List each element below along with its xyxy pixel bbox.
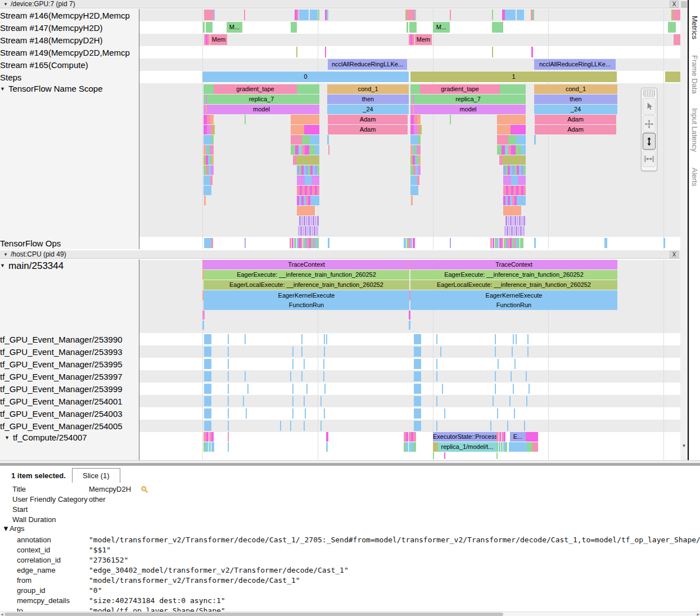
trace-event-bar[interactable] bbox=[204, 384, 211, 394]
trace-event-bar[interactable] bbox=[206, 95, 207, 104]
trace-event-bar[interactable] bbox=[299, 10, 309, 20]
trace-event-bar[interactable] bbox=[514, 216, 516, 226]
trace-event-bar[interactable] bbox=[520, 226, 522, 236]
trace-event-bar[interactable] bbox=[527, 334, 529, 344]
trace-event-bar[interactable]: TraceContext bbox=[204, 260, 409, 269]
trace-event-bar[interactable] bbox=[212, 155, 214, 165]
section-header-gpu[interactable]: ▼/device:GPU:7 (pid 7)X bbox=[0, 0, 688, 8]
trace-event-bar[interactable] bbox=[492, 22, 503, 33]
trace-event-bar[interactable] bbox=[492, 10, 493, 20]
trace-event-bar[interactable] bbox=[521, 145, 526, 155]
trace-event-bar[interactable] bbox=[294, 238, 296, 248]
trace-event-bar[interactable] bbox=[450, 238, 451, 248]
trace-event-bar[interactable] bbox=[505, 216, 507, 226]
trace-event-bar[interactable] bbox=[517, 196, 526, 205]
trace-event-bar[interactable] bbox=[296, 47, 297, 57]
trace-event-bar[interactable] bbox=[245, 371, 246, 381]
trace-event-bar[interactable] bbox=[244, 10, 245, 20]
trace-event-bar[interactable] bbox=[497, 238, 499, 248]
trace-event-bar[interactable] bbox=[245, 334, 246, 344]
trace-event-bar[interactable] bbox=[512, 347, 513, 357]
trace-event-bar[interactable] bbox=[211, 165, 214, 175]
trace-event-bar[interactable] bbox=[532, 442, 538, 452]
trace-event-bar[interactable]: E... bbox=[510, 432, 526, 442]
trace-event-bar[interactable] bbox=[291, 115, 319, 124]
trace-event-bar[interactable] bbox=[497, 408, 498, 419]
trace-event-bar[interactable] bbox=[243, 396, 244, 406]
trace-event-bar[interactable] bbox=[414, 347, 421, 357]
trace-event-bar[interactable] bbox=[418, 135, 421, 145]
trace-event-bar[interactable] bbox=[247, 384, 249, 394]
trace-event-bar[interactable] bbox=[202, 321, 204, 330]
trace-event-bar[interactable] bbox=[490, 421, 491, 431]
trace-event-bar[interactable] bbox=[604, 238, 607, 248]
scroll-left-icon[interactable]: ◀ bbox=[1, 612, 3, 616]
trace-event-bar[interactable]: replica_7 bbox=[410, 95, 526, 104]
trace-event-bar[interactable] bbox=[304, 125, 319, 134]
trace-event-bar[interactable] bbox=[532, 10, 534, 20]
trace-event-bar[interactable] bbox=[517, 10, 524, 20]
trace-event-bar[interactable] bbox=[436, 371, 437, 381]
trace-event-bar[interactable] bbox=[410, 135, 418, 145]
trace-event-bar[interactable]: gradient_tape bbox=[420, 84, 500, 94]
trace-event-bar[interactable] bbox=[511, 371, 512, 381]
magnifier-icon[interactable] bbox=[141, 485, 148, 495]
trace-event-bar[interactable] bbox=[211, 145, 214, 155]
trace-event-bar[interactable] bbox=[503, 176, 511, 185]
trace-event-bar[interactable] bbox=[211, 135, 214, 145]
trace-event-bar[interactable] bbox=[204, 311, 205, 320]
trace-event-bar[interactable] bbox=[527, 347, 529, 357]
trace-event-bar[interactable] bbox=[534, 238, 536, 248]
trace-event-bar[interactable]: ExecutorState::Process bbox=[433, 432, 496, 442]
trace-event-bar[interactable] bbox=[516, 145, 521, 155]
trace-event-bar[interactable]: FunctionRun bbox=[410, 300, 617, 310]
trace-event-bar[interactable] bbox=[206, 105, 207, 114]
trace-event-bar[interactable] bbox=[317, 186, 319, 195]
trace-event-bar[interactable] bbox=[310, 10, 318, 20]
trace-event-bar[interactable] bbox=[228, 421, 229, 431]
trace-event-bar[interactable] bbox=[531, 47, 533, 57]
trace-event-bar[interactable]: Adam bbox=[535, 115, 616, 124]
trace-event-bar[interactable] bbox=[414, 408, 421, 419]
trace-event-bar[interactable] bbox=[320, 421, 322, 431]
trace-event-bar[interactable] bbox=[409, 22, 417, 33]
trace-event-bar[interactable] bbox=[209, 442, 211, 452]
trace-event-bar[interactable] bbox=[206, 22, 213, 33]
trace-event-bar[interactable] bbox=[413, 105, 414, 114]
trace-event-bar[interactable] bbox=[413, 432, 416, 442]
trace-event-bar[interactable] bbox=[301, 238, 302, 248]
trace-event-bar[interactable] bbox=[495, 347, 496, 357]
trace-event-bar[interactable] bbox=[410, 176, 417, 185]
trace-event-bar[interactable] bbox=[228, 442, 229, 452]
trace-event-bar[interactable] bbox=[297, 176, 305, 185]
trace-event-bar[interactable]: cond_1 bbox=[327, 84, 409, 94]
trace-event-bar[interactable] bbox=[307, 226, 309, 236]
horizontal-scrollbar-thumb[interactable] bbox=[4, 613, 503, 616]
trace-event-bar[interactable] bbox=[413, 442, 416, 452]
trace-event-bar[interactable] bbox=[665, 71, 680, 82]
trace-event-bar[interactable] bbox=[414, 421, 421, 431]
trace-event-bar[interactable] bbox=[526, 371, 527, 381]
trace-event-bar[interactable] bbox=[314, 226, 315, 236]
trace-event-bar[interactable] bbox=[522, 226, 525, 236]
trace-event-bar[interactable] bbox=[436, 334, 437, 344]
trace-event-bar[interactable] bbox=[324, 347, 325, 357]
trace-event-bar[interactable] bbox=[228, 347, 229, 357]
trace-event-bar[interactable] bbox=[433, 452, 434, 459]
trace-event-bar[interactable] bbox=[323, 371, 324, 381]
trace-event-bar[interactable] bbox=[210, 176, 213, 185]
trace-event-bar[interactable]: ncclAllReduceRingLLKe... bbox=[328, 59, 407, 70]
trace-event-bar[interactable] bbox=[414, 334, 421, 344]
trace-event-bar[interactable] bbox=[228, 384, 229, 394]
trace-event-bar[interactable] bbox=[304, 216, 305, 226]
trace-event-bar[interactable]: cond_1 bbox=[534, 84, 617, 94]
trace-event-bar[interactable]: Mem bbox=[415, 34, 432, 45]
trace-event-bar[interactable] bbox=[523, 165, 526, 175]
trace-event-bar[interactable] bbox=[493, 238, 494, 248]
trace-event-bar[interactable] bbox=[228, 359, 229, 369]
trace-event-bar[interactable] bbox=[492, 47, 493, 57]
trace-event-bar[interactable] bbox=[414, 396, 421, 406]
trace-event-bar[interactable] bbox=[450, 115, 451, 124]
track-label[interactable]: ▼TensorFlow Name Scope bbox=[0, 83, 139, 237]
trace-event-bar[interactable] bbox=[328, 145, 329, 155]
